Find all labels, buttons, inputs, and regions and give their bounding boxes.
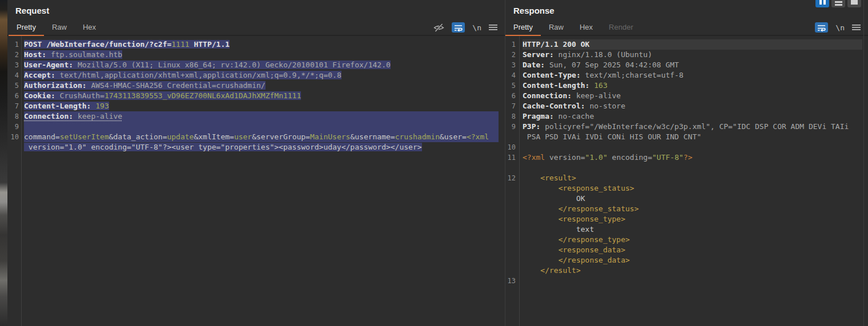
code-line[interactable]: 3User-Agent: Mozilla/5.0 (X11; Linux x86…	[7, 60, 505, 70]
code-line[interactable]: 5Authorization: AWS4-HMAC-SHA256 Credent…	[7, 81, 505, 91]
code-line[interactable]: 11<?xml version="1.0" encoding="UTF-8"?>	[505, 152, 868, 163]
word-wrap-icon[interactable]	[815, 22, 828, 33]
code-line[interactable]: 1POST /WebInterface/function/?c2f=1111 H…	[7, 39, 505, 50]
code-token: Connection:	[523, 91, 572, 100]
code-token: &user=	[440, 132, 467, 141]
tab-hex[interactable]: Hex	[572, 21, 601, 36]
code-token: Server:	[523, 50, 554, 59]
code-token: command=	[24, 132, 60, 141]
line-content: </result>	[523, 265, 581, 276]
line-number: 3	[505, 60, 516, 70]
code-line[interactable]: </response_data>	[505, 255, 868, 265]
code-line[interactable]: <response_data>	[505, 245, 868, 255]
line-content: Cookie: CrushAuth=1743113839553_vD96EZ70…	[24, 91, 301, 101]
line-content: </response_data>	[523, 255, 630, 265]
line-content: Content-Length: 163	[523, 81, 608, 91]
tab-raw[interactable]: Raw	[541, 21, 572, 36]
code-line[interactable]: version="1.0" encoding="UTF-8"?><user ty…	[7, 142, 505, 152]
line-number: 8	[505, 111, 516, 122]
code-token: setUserItem	[60, 132, 109, 141]
code-token: version="1.0" encoding="UTF-8"?><user ty…	[24, 143, 422, 151]
code-line[interactable]: 9	[7, 122, 505, 132]
code-token: text	[576, 225, 594, 234]
code-token: &serverGroup=	[252, 132, 310, 141]
code-token: CrushAuth=	[55, 91, 105, 100]
code-token: 1743113839553_vD96EZ700NL6xAd1DAJhXMZfMn…	[105, 91, 301, 100]
code-line[interactable]: 4Accept: text/html,application/xhtml+xml…	[7, 70, 505, 81]
newline-icon[interactable]: \n	[835, 23, 845, 32]
line-content: command=setUserItem&data_action=update&x…	[24, 132, 489, 142]
word-wrap-icon[interactable]	[452, 22, 465, 33]
line-content: </response_status>	[523, 204, 639, 214]
code-line[interactable]: OK	[505, 194, 868, 204]
code-line[interactable]: 2Server: nginx/1.18.0 (Ubuntu)	[505, 50, 868, 60]
code-token: HTTP/1.1	[190, 40, 230, 49]
request-editor[interactable]: 1POST /WebInterface/function/?c2f=1111 H…	[7, 36, 505, 152]
code-line[interactable]: </response_type>	[505, 235, 868, 245]
code-line[interactable]: 6Cookie: CrushAuth=1743113839553_vD96EZ7…	[7, 91, 505, 101]
response-editor[interactable]: 1HTTP/1.1 200 OK2Server: nginx/1.18.0 (U…	[505, 36, 868, 286]
line-content: Content-Length: 193	[24, 101, 109, 111]
line-number: 10	[7, 132, 19, 142]
code-line[interactable]: 13	[505, 276, 868, 286]
code-line[interactable]: 12 <result>	[505, 173, 868, 183]
code-token: </response_type>	[558, 235, 630, 244]
newline-icon[interactable]: \n	[472, 23, 481, 32]
code-line[interactable]: <response_type>	[505, 214, 868, 224]
line-number: 7	[505, 101, 516, 111]
line-content: Connection: keep-alive	[24, 111, 122, 122]
response-panel-title: Response	[513, 6, 868, 15]
code-line[interactable]: </response_status>	[505, 204, 868, 214]
line-content: Pragma: no-cache	[523, 111, 594, 122]
line-content: text	[523, 224, 594, 235]
menu-icon[interactable]	[852, 24, 861, 31]
code-token: Accept:	[24, 71, 55, 79]
code-line[interactable]: <response_status>	[505, 183, 868, 194]
line-number: 4	[505, 70, 516, 81]
code-line[interactable]: 7Content-Length: 193	[7, 101, 505, 111]
code-line[interactable]: 10	[505, 142, 868, 152]
code-token: <response_data>	[558, 245, 625, 254]
code-line[interactable]: 4Content-Type: text/xml;charset=utf-8	[505, 70, 868, 81]
tab-hex[interactable]: Hex	[75, 21, 104, 36]
code-line[interactable]: 2Host: ftp.soulmate.htb	[7, 50, 505, 60]
line-content: <response_type>	[523, 214, 625, 224]
code-line[interactable]	[505, 163, 868, 173]
code-token: text/xml;charset=utf-8	[581, 71, 684, 79]
menu-icon[interactable]	[489, 24, 497, 31]
line-number: 11	[505, 152, 516, 163]
code-line[interactable]: 1HTTP/1.1 200 OK	[505, 39, 868, 50]
code-token	[523, 235, 558, 244]
tab-raw[interactable]: Raw	[44, 21, 75, 36]
code-line[interactable]: 7Cache-Control: no-store	[505, 101, 868, 111]
code-line[interactable]: 9P3P: policyref="/WebInterface/w3c/p3p.x…	[505, 122, 868, 132]
code-token: <response_status>	[558, 184, 634, 192]
tab-render[interactable]: Render	[601, 21, 641, 36]
code-line[interactable]: PSA PSD IVAi IVDi CONi HIS OUR IND CNT"	[505, 132, 868, 142]
line-number: 8	[7, 111, 19, 122]
code-token: update	[167, 132, 194, 141]
response-toolbar: \n	[815, 22, 861, 35]
code-line[interactable]: 8Pragma: no-cache	[505, 111, 868, 122]
line-number: 2	[7, 50, 19, 60]
panel-right-border	[863, 0, 864, 326]
hide-nonprinting-eye-icon[interactable]	[433, 23, 444, 32]
line-number: 4	[7, 70, 19, 81]
code-line[interactable]: 5Content-Length: 163	[505, 81, 868, 91]
tab-pretty[interactable]: Pretty	[9, 21, 44, 36]
code-line[interactable]: </result>	[505, 265, 868, 276]
code-token	[523, 174, 540, 182]
tab-pretty[interactable]: Pretty	[505, 21, 541, 36]
code-line[interactable]: 6Connection: keep-alive	[505, 91, 868, 101]
code-token: Content-Length:	[24, 102, 91, 110]
code-token: <response_type>	[558, 215, 625, 223]
code-token	[523, 215, 558, 223]
code-line[interactable]: 8Connection: keep-alive	[7, 111, 505, 122]
code-line[interactable]: text	[505, 224, 868, 235]
code-token	[523, 184, 558, 192]
code-line[interactable]: 3Date: Sun, 07 Sep 2025 04:42:08 GMT	[505, 60, 868, 70]
code-line[interactable]: 10command=setUserItem&data_action=update…	[7, 132, 505, 142]
code-token: policyref="/WebInterface/w3c/p3p.xml", C…	[540, 122, 849, 131]
code-token: &xmlItem=	[194, 132, 234, 141]
code-token: user	[234, 132, 252, 141]
